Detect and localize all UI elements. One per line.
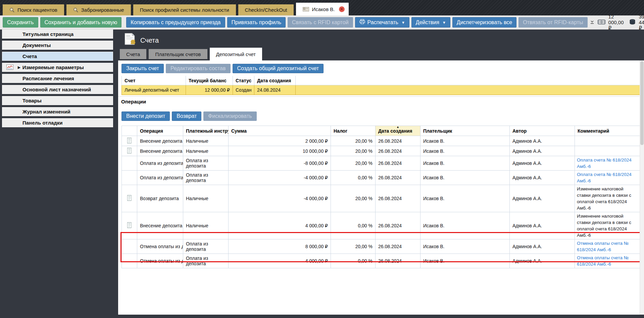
close-tab-icon[interactable]: ✕ <box>339 6 345 12</box>
sidebar-nav: Титульная страницаДокументыСчета▶Измеряе… <box>2 30 113 129</box>
account-action-button-label: Создать общий депозитный счет <box>237 65 319 72</box>
deposit-account-row[interactable]: Личный депозитный счет12 000,00 ₽Создан2… <box>122 85 641 95</box>
operations-col-header-icon <box>122 126 137 136</box>
receipt-icon[interactable] <box>122 136 137 146</box>
tab-3[interactable]: Депозитный счет <box>210 48 262 60</box>
accounts-col-header: Статус <box>233 76 254 85</box>
window-tab-label: Поиск профилей системы лояльности <box>140 7 229 13</box>
sidebar-item-2[interactable]: Документы <box>2 41 113 50</box>
operation-row[interactable]: Возврат депозитаНаличные-4 000,00 ₽20,00… <box>122 185 641 212</box>
sidebar-item-label: Основной лист назначений <box>22 87 91 92</box>
banknote-icon <box>598 19 605 26</box>
collapse-toolbar-icon[interactable] <box>590 19 595 26</box>
receipt-icon[interactable] <box>122 185 137 212</box>
operation-cell-comment <box>575 136 641 146</box>
operation-comment-link[interactable]: Оплата счета № 618/2024 Амб.-6 <box>575 156 641 171</box>
toolbar-button-1[interactable]: Сохранить <box>3 17 38 28</box>
sidebar-item-5[interactable]: Расписание лечения <box>2 74 113 83</box>
printer-icon <box>359 19 365 26</box>
tab-1[interactable]: Счета <box>120 49 146 59</box>
window-tab-5[interactable]: Исаков В.✕ <box>296 3 348 15</box>
deposit-account-panel: Закрыть счетРедактировать составСоздать … <box>118 60 644 315</box>
patient-card-icon <box>303 7 309 12</box>
operation-row[interactable]: Внесение депозитаНаличные10 000,00 ₽20,0… <box>122 146 641 156</box>
operation-cell-operation: Отмена оплаты из депозита <box>137 254 183 268</box>
operation-row[interactable]: Оплата из депозитаОплата из депозита-4 0… <box>122 171 641 185</box>
toolbar-button-3[interactable]: Копировать с предыдущего приезда <box>126 17 225 28</box>
accounts-cell-status: Создан <box>233 85 254 95</box>
account-action-button-1[interactable]: Закрыть счет <box>121 64 164 73</box>
toolbar-button-2[interactable]: Сохранить и добавить новую <box>40 17 122 28</box>
operation-row[interactable]: Внесение депозитаНаличные4 000,00 ₽0,00 … <box>122 212 641 239</box>
operations-col-header[interactable]: Платежный инструмент <box>183 126 229 136</box>
operation-comment-link[interactable]: Отмена оплаты счета № 618/2024 Амб.-6 <box>575 254 641 268</box>
operation-action-button-label: Внести депозит <box>126 113 165 119</box>
toolbar-button-label: Отвязать от RFID-карты <box>523 19 583 26</box>
operations-col-header[interactable]: Сумма <box>229 126 331 136</box>
operation-cell-created: 26.08.2024 <box>376 185 420 212</box>
vertical-scrollbar[interactable] <box>640 60 644 315</box>
operation-cell-author: Админов А.А. <box>510 239 575 254</box>
empty-icon-cell <box>122 171 137 185</box>
sort-asc-icon: ▲ <box>396 126 399 129</box>
sidebar-item-label: Панель отладки <box>22 120 63 126</box>
toolbar-button-7[interactable]: Действия▼ <box>411 17 450 28</box>
operation-cell-operation: Оплата из депозита <box>137 171 183 185</box>
window-tab-3[interactable]: Поиск профилей системы лояльности <box>133 4 236 15</box>
accounts-cell-balance: 12 000,00 ₽ <box>186 85 233 95</box>
window-tab-2[interactable]: Забронированные <box>66 4 131 15</box>
dropdown-caret-icon: ▼ <box>442 20 446 25</box>
toolbar-button-8[interactable]: Диспетчеризовать все <box>452 17 516 28</box>
operation-action-button-1[interactable]: Внести депозит <box>121 111 170 121</box>
toolbar-button-4[interactable]: Привязать профиль <box>227 17 286 28</box>
operation-cell-author: Админов А.А. <box>510 185 575 212</box>
operation-comment-link[interactable]: Оплата счета № 618/2024 Амб.-6 <box>575 171 641 185</box>
operations-col-label: Операция <box>140 128 163 134</box>
operation-row[interactable]: Отмена оплаты из депозитаОплата из депоз… <box>122 239 641 254</box>
window-tab-4[interactable]: CheckIn/CheckOut <box>238 4 294 15</box>
sidebar-item-label: Титульная страница <box>22 31 73 37</box>
receipt-icon[interactable] <box>122 146 137 156</box>
sidebar-item-9[interactable]: Панель отладки <box>2 118 113 127</box>
window-tab-1[interactable]: Поиск пациентов <box>3 4 64 15</box>
operation-cell-amount: -4 000,00 ₽ <box>229 185 331 212</box>
accounts-cell-account: Личный депозитный счет <box>122 85 186 95</box>
sidebar-item-3[interactable]: Счета <box>2 52 113 61</box>
sidebar-item-4[interactable]: ▶Измеряемые параметры <box>2 63 113 72</box>
account-action-button-label: Закрыть счет <box>126 65 159 72</box>
operation-row[interactable]: Внесение депозитаНаличные2 000,00 ₽20,00… <box>122 136 641 146</box>
account-action-button-3[interactable]: Создать общий депозитный счет <box>233 64 324 73</box>
operation-cell-created: 26.08.2024 <box>376 146 420 156</box>
operation-cell-payer: Исаков В. <box>420 254 510 268</box>
operation-cell-operation: Возврат депозита <box>137 185 183 212</box>
scrollbar-thumb[interactable] <box>640 61 644 145</box>
toolbar-button-6[interactable]: Распечатать▼ <box>355 17 409 28</box>
expand-arrow-icon[interactable]: ▶ <box>18 65 20 69</box>
operations-col-header[interactable]: Операция <box>137 126 183 136</box>
operation-comment-link[interactable]: Отмена оплаты счета № 618/2024 Амб.-6 <box>575 239 641 254</box>
operation-row[interactable]: Оплата из депозитаОплата из депозита-8 0… <box>122 156 641 171</box>
tab-2[interactable]: Плательщик счетов <box>149 49 207 59</box>
sidebar-item-8[interactable]: Журнал изменений <box>2 107 113 116</box>
operations-col-header[interactable]: Комментарий <box>575 126 641 136</box>
operation-action-button-2[interactable]: Возврат <box>172 111 201 121</box>
operations-col-label: Плательщик <box>423 128 452 134</box>
sidebar-item-1[interactable]: Титульная страница <box>2 30 113 39</box>
sidebar-item-7[interactable]: Товары <box>2 96 113 105</box>
operation-cell-instrument: Наличные <box>183 212 229 239</box>
operation-row[interactable]: Отмена оплаты из депозитаОплата из депоз… <box>122 254 641 268</box>
operations-col-header[interactable]: Налог <box>331 126 376 136</box>
operation-cell-tax: 20,00 % <box>331 146 376 156</box>
operations-title: Операции <box>121 99 146 104</box>
operations-col-header[interactable]: Автор <box>510 126 575 136</box>
operation-cell-author: Админов А.А. <box>510 212 575 239</box>
operation-cell-operation: Оплата из депозита <box>137 156 183 171</box>
operation-cell-amount: 4 000,00 ₽ <box>229 254 331 268</box>
sidebar-item-6[interactable]: Основной лист назначений <box>2 85 113 94</box>
receipt-icon[interactable] <box>122 212 137 239</box>
toolbar-button-label: Привязать профиль <box>232 19 282 26</box>
operations-col-header[interactable]: ▲Дата создания <box>376 126 420 136</box>
operations-col-header[interactable]: Плательщик <box>420 126 510 136</box>
operation-cell-created: 26.08.2024 <box>376 136 420 146</box>
sidebar-item-label: Расписание лечения <box>22 76 74 81</box>
